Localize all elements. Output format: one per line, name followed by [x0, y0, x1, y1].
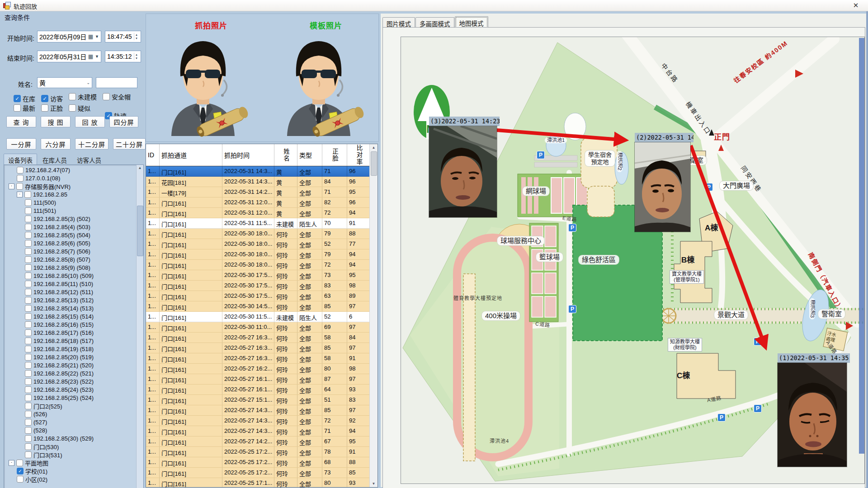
- tree-item[interactable]: 192.168.2.85(19) (518): [5, 345, 136, 353]
- table-row[interactable]: 1...门口[161]2022-05-27 14:2...何玲全部6795: [146, 436, 377, 447]
- table-row[interactable]: 1...门口[161]2022-05-25 17:2...何玲全部7891: [146, 447, 377, 457]
- tree-item[interactable]: 门口(530): [5, 442, 136, 450]
- tree-checkbox[interactable]: [25, 419, 32, 426]
- button-一分屏[interactable]: 一分屏: [6, 138, 36, 150]
- tree-item[interactable]: 192.168.2.85(8) (507): [5, 255, 136, 263]
- tree-checkbox[interactable]: ✓: [17, 468, 24, 474]
- scroll-up-icon[interactable]: ▲: [137, 165, 143, 171]
- tree-item[interactable]: 192.168.2.85(13) (512): [5, 296, 136, 304]
- tree-checkbox[interactable]: [25, 394, 32, 401]
- table-row[interactable]: 1...门口[161]2022-05-27 16:3...何玲全部8597: [146, 343, 377, 353]
- spinner-arrows-icon[interactable]: ▲▼: [134, 33, 139, 40]
- tree-checkbox[interactable]: [25, 289, 32, 296]
- table-row[interactable]: 1...门口[161]2022-05-30 18:0...何玲全部5277: [146, 239, 377, 249]
- tree-checkbox[interactable]: [17, 476, 24, 483]
- close-icon[interactable]: ✕: [850, 1, 862, 10]
- chevron-down-icon[interactable]: ▼: [95, 34, 99, 39]
- tree-item[interactable]: 192.168.2.85(30) (529): [5, 434, 136, 442]
- table-row[interactable]: 1...门口[161]2022-05-30 11:0...何玲全部6997: [146, 322, 377, 333]
- button-四分屏[interactable]: 四分屏: [109, 116, 138, 127]
- tree-checkbox[interactable]: [25, 216, 32, 222]
- checkbox-未建模[interactable]: 未建模: [69, 92, 97, 101]
- tree-item[interactable]: 192.168.2.85(4) (503): [5, 223, 136, 231]
- tab-访客人员[interactable]: 访客人员: [72, 154, 106, 164]
- table-row[interactable]: 1...门口[161]2022-05-31 12:0...黄全部7294: [146, 208, 377, 218]
- tree-item[interactable]: 192.168.2.85(22) (521): [5, 369, 136, 377]
- tree-item[interactable]: 192.168.2.85(21) (520): [5, 361, 136, 369]
- tab-设备列表[interactable]: 设备列表: [4, 154, 37, 164]
- table-scrollbar[interactable]: ▲ ▼: [369, 144, 377, 487]
- calendar-icon[interactable]: ▦: [88, 53, 93, 60]
- table-row[interactable]: 1...门口[161]2022-05-30 18:0...何玲全部7994: [146, 249, 377, 260]
- tree-checkbox[interactable]: [16, 460, 23, 466]
- tree-item[interactable]: (528): [5, 426, 136, 434]
- tree-checkbox[interactable]: [25, 297, 32, 304]
- table-row[interactable]: 1...门口[161]2022-05-27 15:1...何玲全部5183: [146, 395, 377, 405]
- tree-checkbox[interactable]: [25, 378, 32, 385]
- tree-checkbox[interactable]: [17, 167, 24, 174]
- tree-item[interactable]: -存储服务器(NVR): [5, 182, 136, 190]
- tree-item[interactable]: ✓学校(01): [5, 467, 136, 475]
- button-十二分屏[interactable]: 十二分屏: [75, 138, 108, 150]
- tree-item[interactable]: 192.168.2.85(7) (506): [5, 247, 136, 255]
- table-row[interactable]: 1...门口[161]2022-05-25 17:1...何玲全部8093: [146, 478, 377, 488]
- button-搜图[interactable]: 搜 图: [41, 116, 71, 127]
- button-六分屏[interactable]: 六分屏: [41, 138, 71, 150]
- tree-item[interactable]: 192.168.2.85(6) (505): [5, 239, 136, 247]
- tree-checkbox[interactable]: [25, 248, 32, 255]
- chevron-down-icon[interactable]: ⌄: [86, 80, 90, 85]
- table-row[interactable]: 1...门口[161]2022-05-27 14:3...何玲全部8597: [146, 405, 377, 416]
- button-二十分屏[interactable]: 二十分屏: [113, 138, 146, 150]
- scrollbar-thumb[interactable]: [137, 206, 143, 256]
- tree-item[interactable]: 192.168.2.85(3) (502): [5, 215, 136, 223]
- tree-checkbox[interactable]: [25, 346, 32, 352]
- table-row[interactable]: 1...门口[161]2022-05-27 16:3...何玲全部5891: [146, 353, 377, 364]
- tree-checkbox[interactable]: [25, 386, 32, 393]
- tree-item[interactable]: 111(501): [5, 206, 136, 215]
- tree-checkbox[interactable]: [25, 224, 32, 230]
- table-row[interactable]: 1...门口[161]2022-05-30 14:5...何玲全部8597: [146, 301, 377, 312]
- tree-checkbox[interactable]: [25, 451, 32, 458]
- table-row[interactable]: 1...门口[161]2022-05-31 14:3...黄全部7196: [146, 166, 377, 177]
- tree-checkbox[interactable]: [25, 443, 32, 450]
- table-row[interactable]: 1...门口[161]2022-05-25 17:2...何玲全部7385: [146, 468, 377, 478]
- tree-item[interactable]: 192.168.2.85(18) (517): [5, 337, 136, 345]
- end-time-spinner[interactable]: 14:35:12 ▲▼: [105, 51, 141, 62]
- tree-checkbox[interactable]: [25, 240, 32, 247]
- button-回放[interactable]: 回 放: [75, 116, 105, 127]
- table-row[interactable]: 1...门口[161]2022-05-27 14:3...何玲全部7194: [146, 426, 377, 436]
- table-row[interactable]: 1...门口[161]2022-05-27 16:1...何玲全部6493: [146, 385, 377, 395]
- tree-checkbox[interactable]: [25, 207, 32, 214]
- checkbox-安全帽[interactable]: 安全帽: [103, 92, 131, 101]
- table-row[interactable]: 1...门口[161]2022-05-27 16:2...何玲全部8098: [146, 364, 377, 374]
- scroll-up-icon[interactable]: ▲: [370, 144, 377, 151]
- tree-item[interactable]: 192.168.2.85(9) (508): [5, 263, 136, 272]
- tree-checkbox[interactable]: [17, 175, 24, 182]
- table-row[interactable]: 1...门口[161]2022-05-30 18:0...何玲全部7294: [146, 260, 377, 270]
- tree-item[interactable]: (527): [5, 418, 136, 426]
- tree-checkbox[interactable]: [25, 370, 32, 377]
- checkbox-访客[interactable]: ✓访客: [41, 94, 63, 103]
- tree-checkbox[interactable]: [25, 403, 32, 409]
- tree-checkbox[interactable]: [25, 256, 32, 263]
- tree-checkbox[interactable]: [16, 183, 23, 190]
- table-row[interactable]: 1...门口[161]2022-05-30 17:5...何玲全部6389: [146, 291, 377, 301]
- tree-item[interactable]: 192.168.2.85(23) (522): [5, 377, 136, 385]
- table-row[interactable]: 1...一楼[179]2022-05-31 14:2...黄全部7195: [146, 187, 377, 197]
- tree-expander-icon[interactable]: -: [17, 192, 23, 197]
- name-extra-input[interactable]: [96, 77, 137, 88]
- tab-在库人员[interactable]: 在库人员: [38, 154, 71, 164]
- tree-checkbox[interactable]: [25, 321, 32, 328]
- tree-checkbox[interactable]: [25, 305, 32, 312]
- tree-item[interactable]: 小区(02): [5, 475, 136, 483]
- tree-checkbox[interactable]: [25, 199, 32, 206]
- tree-item[interactable]: 192.168.2.85(10) (509): [5, 272, 136, 280]
- start-date-picker[interactable]: 2022年05月09日 ▦▼: [37, 31, 101, 42]
- table-row[interactable]: 1...门口[161]2022-05-27 16:1...何玲全部8797: [146, 374, 377, 385]
- tree-item[interactable]: 192.168.2.85(20) (519): [5, 353, 136, 361]
- tree-item[interactable]: 192.168.2.85(17) (516): [5, 328, 136, 337]
- tree-checkbox[interactable]: [25, 435, 32, 442]
- table-row[interactable]: 1...门口[161]2022-05-30 17:5...何玲全部8398: [146, 281, 377, 291]
- tree-item[interactable]: 192.168.2.85(25) (524): [5, 394, 136, 402]
- tree-checkbox[interactable]: [25, 427, 32, 434]
